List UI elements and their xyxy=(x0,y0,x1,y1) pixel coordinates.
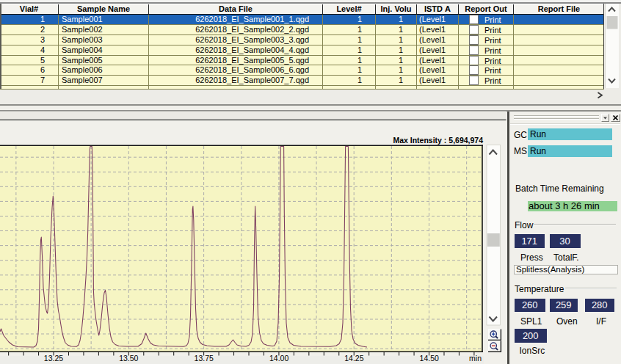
svg-text:14.25: 14.25 xyxy=(344,354,363,363)
svg-text:13.50: 13.50 xyxy=(119,354,138,363)
svg-text:13.25: 13.25 xyxy=(44,354,63,363)
svg-text:13.75: 13.75 xyxy=(195,354,214,363)
svg-text:min: min xyxy=(469,354,482,363)
svg-text:Max Intensity : 5,694,974: Max Intensity : 5,694,974 xyxy=(393,136,483,145)
svg-text:14.50: 14.50 xyxy=(420,354,439,363)
svg-text:14.00: 14.00 xyxy=(269,354,288,363)
